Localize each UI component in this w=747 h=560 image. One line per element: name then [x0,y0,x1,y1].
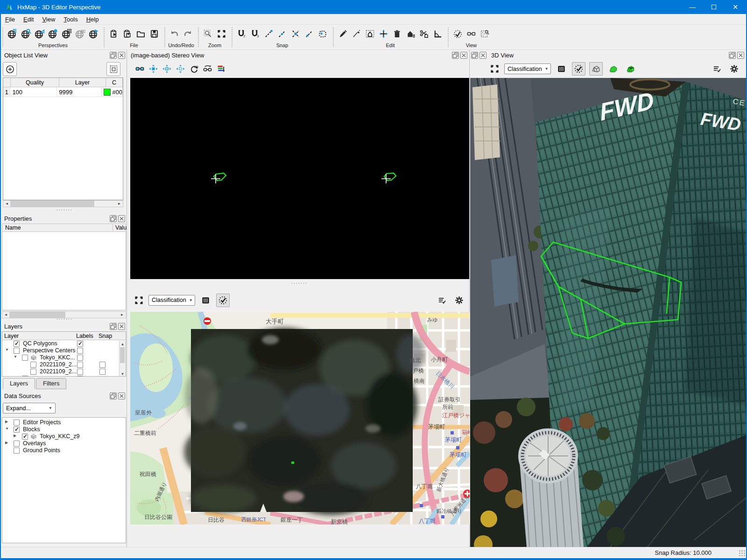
redo-icon[interactable] [181,27,195,41]
toolbar-group-handle[interactable] [197,27,200,48]
tree-row[interactable]: ▶Editor Projects [2,419,126,426]
keypad-icon[interactable] [199,294,212,307]
tree-label[interactable]: Tokyo_KKC_z9 [40,433,79,440]
layers-vscrollbar[interactable]: ▲▼ [119,341,126,377]
display-list-icon[interactable] [710,62,724,76]
tree-label[interactable]: 20221109_2... [40,368,77,375]
mesh-solid-icon[interactable] [606,62,620,76]
tree-label[interactable]: Ground Points [23,447,60,454]
labels-checkbox[interactable] [77,369,83,375]
object-list-table[interactable]: Quality Layer C 1 100 9999 #00 [3,77,123,200]
close-panel-icon[interactable] [118,323,125,330]
close-panel-icon[interactable] [460,52,467,59]
col-layer[interactable]: Layer [59,78,106,87]
save-project-icon[interactable] [148,27,161,41]
snap-line-free-icon[interactable] [303,27,316,41]
col-color[interactable]: C [106,78,123,87]
undo-icon[interactable] [168,27,181,41]
accept-check-icon[interactable] [572,62,585,76]
float-panel-icon[interactable] [110,215,117,222]
mesh-textured-icon[interactable] [624,62,637,76]
window-close-button[interactable]: ✕ [725,0,746,14]
tree-expander-icon[interactable]: ▼ [5,348,9,352]
layers-row-partial[interactable] [2,375,126,377]
cell-quality[interactable]: 100 [10,87,57,97]
menu-edit[interactable]: Edit [19,14,38,24]
tree-expander-icon[interactable]: ▶ [14,434,16,438]
keypad-icon[interactable] [555,62,568,76]
globe-measure-perspective-icon[interactable] [33,27,46,41]
stereo-glasses-active-icon[interactable] [133,62,147,76]
float-panel-icon[interactable] [729,52,736,59]
stereo-mode-dropdown[interactable]: Classification▼ [148,295,195,306]
right-angle-icon[interactable] [431,27,444,41]
splitter-handle[interactable] [127,281,470,286]
labels-checkbox[interactable] [77,341,83,347]
settings-gear-icon[interactable] [727,62,741,76]
zoom-region-icon[interactable] [201,27,215,41]
tree-row[interactable]: 20221109_2... [2,361,126,368]
cell-layer[interactable]: 9999 [57,87,102,97]
close-panel-icon[interactable] [737,52,744,59]
paste-project-icon[interactable] [120,27,134,41]
tree-label[interactable]: Overlays [23,440,46,447]
cycle-layers-icon[interactable] [214,62,228,76]
tree-row[interactable]: ▼Perspective Centers [2,347,126,354]
snap-polygon-icon[interactable] [316,27,330,41]
tree-expander-icon[interactable]: ▼ [5,427,9,431]
globe-search-perspective-icon[interactable] [19,27,33,41]
tree-checkbox[interactable] [14,441,20,447]
tree-row[interactable]: 20221109_2... [2,368,126,375]
tab-layers[interactable]: Layers [3,378,35,389]
globe-grid-perspective-icon[interactable] [60,27,73,41]
magnet-3-icon[interactable]: 3 [248,27,262,41]
tree-checkbox[interactable] [22,434,28,440]
expand-dropdown[interactable]: Expand... ▼ [3,403,56,413]
tree-checkbox[interactable] [14,348,20,354]
tree-row[interactable]: Ground Points [2,447,126,454]
data-sources-tree[interactable]: ▶Editor Projects▼Blocks▶Tokyo_KKC_z9▶Ove… [2,417,126,543]
image-search-icon[interactable] [478,27,492,41]
rotate-180-icon[interactable]: 180 [187,62,201,76]
swap-eyes-icon[interactable] [201,62,214,76]
tree-expander-icon[interactable]: ▼ [14,355,17,359]
tree-checkbox[interactable] [30,369,36,375]
globe-lines-perspective-icon[interactable] [6,27,19,41]
move-object-icon[interactable] [377,27,390,41]
select-region-button[interactable] [106,62,120,76]
menu-file[interactable]: File [1,14,19,24]
tree-expander-icon[interactable]: ▶ [5,420,8,424]
tree-label[interactable]: 20221109_2... [40,361,77,368]
globe-run-perspective-icon[interactable] [87,27,100,41]
menu-view[interactable]: View [38,14,59,24]
stereo-canvas[interactable] [130,78,469,279]
toolbar-group-handle[interactable] [231,27,233,48]
window-minimize-button[interactable]: — [682,0,703,14]
close-panel-icon[interactable] [118,392,125,399]
snap-checkbox[interactable] [99,362,106,368]
globe-settings-perspective-icon[interactable] [46,27,60,41]
map-view[interactable]: 大手町みゆ橋北小舟町戸橋橋南日本橋川証券取引所前江戸橋ジャン茅場町箱崎茅場町茅場… [130,312,470,525]
tree-label[interactable]: Editor Projects [23,419,61,426]
cut-object-icon[interactable] [417,27,431,41]
draw-line-icon[interactable] [350,27,363,41]
zoom-fit-icon[interactable] [215,27,228,41]
object-properties-icon[interactable] [404,27,417,41]
close-panel-icon[interactable] [118,52,125,59]
close-panel-icon[interactable] [479,52,486,59]
snap-line-end-icon[interactable] [262,27,275,41]
toolbar-group-handle[interactable] [103,27,106,48]
mesh-wireframe-icon[interactable] [589,62,603,76]
open-folder-icon[interactable] [134,27,148,41]
float-panel-icon[interactable] [452,52,459,59]
expand-view-icon[interactable] [132,294,146,307]
move-both-images-icon[interactable] [147,62,160,76]
menu-help[interactable]: Help [82,14,103,24]
3d-mode-dropdown[interactable]: Classification▼ [504,63,551,74]
splitter-handle[interactable] [1,208,127,212]
move-right-image-icon[interactable] [174,62,187,76]
labels-checkbox[interactable] [77,362,83,368]
col-quality[interactable]: Quality [11,78,59,87]
float-panel-icon[interactable] [110,52,117,59]
snap-cross-icon[interactable] [289,27,303,41]
